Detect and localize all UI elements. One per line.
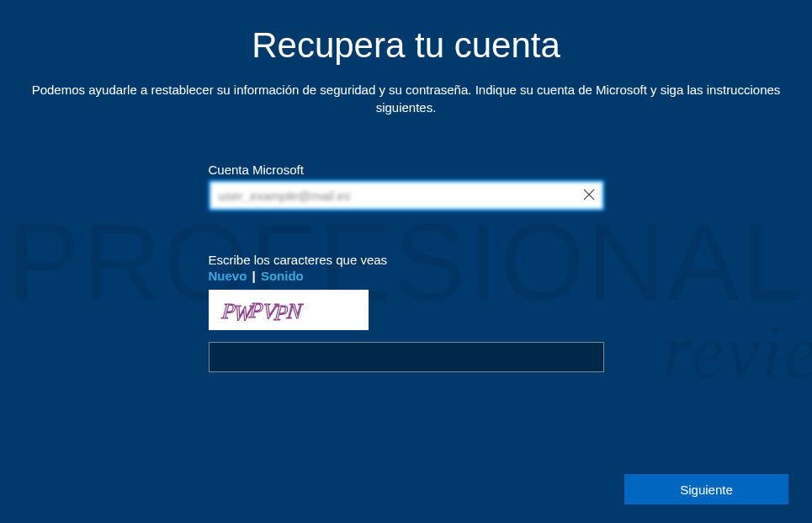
account-label: Cuenta Microsoft xyxy=(209,163,604,177)
account-input-wrapper xyxy=(209,180,604,211)
svg-text:PWPVPN: PWPVPN xyxy=(220,298,304,325)
account-input[interactable] xyxy=(209,180,604,211)
captcha-links-divider: | xyxy=(252,269,256,283)
captcha-label: Escribe los caracteres que veas xyxy=(209,253,604,267)
next-button[interactable]: Siguiente xyxy=(624,474,788,504)
captcha-new-link[interactable]: Nuevo xyxy=(209,269,247,283)
captcha-image: PWPVPN xyxy=(209,290,369,330)
page-subtitle: Podemos ayudarle a restablecer su inform… xyxy=(19,81,793,116)
page-title: Recupera tu cuenta xyxy=(252,25,560,66)
captcha-links: Nuevo | Sonido xyxy=(209,269,604,283)
captcha-input[interactable] xyxy=(209,342,604,372)
captcha-sound-link[interactable]: Sonido xyxy=(261,269,304,283)
clear-icon[interactable] xyxy=(582,188,597,203)
main-content: Recupera tu cuenta Podemos ayudarle a re… xyxy=(0,0,812,523)
recovery-form: Cuenta Microsoft Escribe los caracteres … xyxy=(209,163,604,372)
